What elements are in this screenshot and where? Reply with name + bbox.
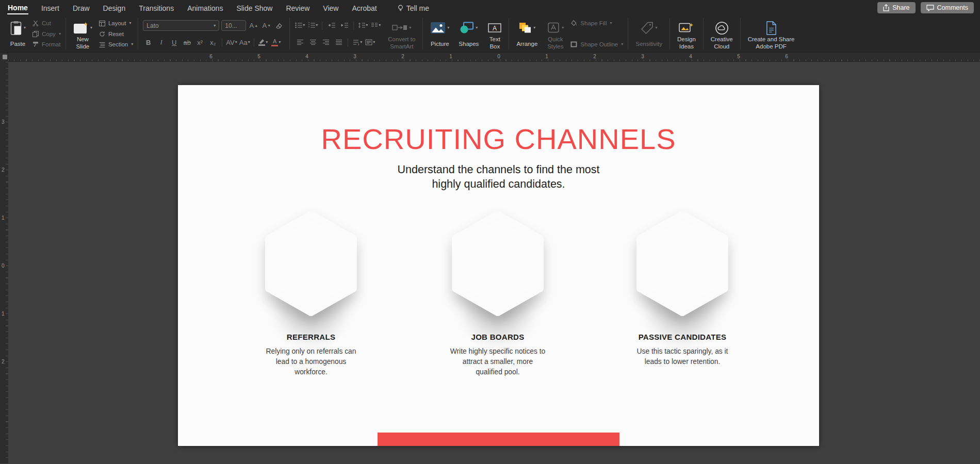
- tab-draw[interactable]: Draw: [72, 2, 90, 14]
- section-button[interactable]: Section ▾: [99, 41, 133, 47]
- card-heading[interactable]: JOB BOARDS: [471, 333, 524, 341]
- format-painter-icon: [32, 41, 39, 47]
- creative-cloud-group: Creative Cloud: [704, 15, 740, 52]
- font-name-select[interactable]: Lato ▾: [143, 20, 219, 31]
- card-job-boards[interactable]: JOB BOARDS Write highly specific notices…: [426, 211, 570, 377]
- card-heading[interactable]: PASSIVE CANDIDATES: [639, 333, 727, 341]
- dropdown-caret-icon: ▾: [447, 26, 449, 30]
- underline-button[interactable]: U: [169, 37, 179, 47]
- shape-fill-button[interactable]: Shape Fill ▾: [570, 20, 623, 26]
- tab-animations[interactable]: Animations: [187, 2, 223, 14]
- copy-icon: [32, 31, 39, 37]
- tab-home[interactable]: Home: [7, 1, 28, 14]
- line-spacing-button[interactable]: ▾: [357, 20, 368, 30]
- tab-design[interactable]: Design: [103, 2, 126, 14]
- slide[interactable]: RECRUITING CHANNELS Understand the chann…: [178, 85, 819, 446]
- grow-font-button[interactable]: A▲: [248, 21, 259, 31]
- columns-button[interactable]: ▾: [370, 20, 381, 30]
- shapes-button[interactable]: ▾ Shapes: [456, 18, 481, 49]
- italic-button[interactable]: I: [156, 37, 167, 47]
- comment-bubble-icon: [926, 5, 934, 11]
- align-text-icon: [365, 39, 372, 45]
- reset-button[interactable]: Reset: [99, 31, 133, 37]
- align-right-button[interactable]: [320, 37, 331, 47]
- tab-tellme[interactable]: Tell me: [397, 2, 430, 14]
- bold-button[interactable]: B: [143, 37, 154, 47]
- scissors-icon: [32, 20, 39, 26]
- dropdown-caret-icon: ▾: [476, 26, 478, 30]
- paste-button[interactable]: ▾ Paste: [7, 18, 28, 49]
- sensitivity-group: ▾ Sensitivity: [629, 15, 669, 52]
- share-icon: [883, 4, 889, 11]
- copy-button[interactable]: Copy ▾: [32, 31, 61, 37]
- new-slide-button[interactable]: ▾ New Slide: [71, 18, 95, 49]
- quick-styles-button[interactable]: ▾ Quick Styles: [544, 18, 566, 49]
- card-referrals[interactable]: REFERRALS Relying only on referrals can …: [239, 211, 383, 377]
- highlight-color-button[interactable]: ▾: [258, 37, 269, 47]
- dropdown-caret-icon: ▾: [533, 26, 535, 30]
- card-body[interactable]: Use this tactic sparingly, as it leads t…: [634, 346, 730, 367]
- shape-outline-button[interactable]: Shape Outline ▾: [570, 41, 623, 47]
- accent-bar[interactable]: [378, 433, 619, 446]
- align-text-button[interactable]: ▾: [365, 37, 375, 47]
- superscript-button[interactable]: x²: [194, 37, 205, 47]
- creative-cloud-button[interactable]: Creative Cloud: [708, 18, 736, 49]
- change-case-button[interactable]: Aa▾: [239, 37, 250, 47]
- comments-button[interactable]: Comments: [921, 2, 974, 13]
- numbering-button[interactable]: ▾: [307, 20, 318, 30]
- card-body[interactable]: Relying only on referrals can lead to a …: [263, 346, 359, 377]
- hexagon-shape[interactable]: [449, 211, 547, 316]
- card-body[interactable]: Write highly specific notices to attract…: [450, 346, 546, 377]
- create-share-pdf-button[interactable]: Create and Share Adobe PDF: [745, 18, 797, 49]
- dropdown-caret-icon: ▾: [316, 23, 318, 27]
- increase-indent-button[interactable]: [339, 20, 350, 30]
- slide-title[interactable]: RECRUITING CHANNELS: [178, 122, 819, 156]
- card-heading[interactable]: REFERRALS: [287, 333, 335, 341]
- smartart-icon: [392, 22, 407, 34]
- strikethrough-button[interactable]: ab: [182, 37, 192, 47]
- share-button[interactable]: Share: [877, 2, 915, 13]
- adobe-pdf-group: Create and Share Adobe PDF: [741, 15, 802, 52]
- tab-insert[interactable]: Insert: [41, 2, 60, 14]
- numbered-list-icon: [308, 22, 315, 28]
- indent-marker[interactable]: [3, 55, 7, 59]
- hexagon-shape[interactable]: [262, 211, 360, 316]
- shrink-font-button[interactable]: A▼: [261, 21, 272, 31]
- arrange-button[interactable]: ▾ Arrange: [514, 18, 540, 49]
- outdent-icon: [328, 22, 335, 28]
- layout-button[interactable]: Layout ▾: [99, 20, 133, 26]
- tab-review[interactable]: Review: [285, 2, 310, 14]
- align-right-icon: [322, 39, 330, 45]
- dropdown-caret-icon: ▾: [621, 42, 623, 46]
- decrease-indent-button[interactable]: [326, 20, 337, 30]
- hexagon-shape[interactable]: [633, 211, 731, 316]
- subscript-button[interactable]: x₂: [207, 37, 218, 47]
- convert-smartart-button[interactable]: ▾ Convert to SmartArt: [385, 18, 418, 49]
- text-direction-button[interactable]: ▾: [352, 37, 363, 47]
- font-color-button[interactable]: A ▾: [271, 37, 282, 47]
- dropdown-caret-icon: ▾: [656, 26, 658, 30]
- bullets-button[interactable]: ▾: [295, 20, 305, 30]
- tab-slideshow[interactable]: Slide Show: [236, 2, 273, 14]
- align-center-button[interactable]: [307, 37, 318, 47]
- cut-button[interactable]: Cut: [32, 20, 61, 26]
- justify-button[interactable]: [333, 37, 344, 47]
- dropdown-caret-icon: ▾: [248, 40, 250, 44]
- font-size-select[interactable]: 10...: [221, 20, 246, 31]
- tab-transitions[interactable]: Transitions: [138, 2, 174, 14]
- card-passive-candidates[interactable]: PASSIVE CANDIDATES Use this tactic spari…: [610, 211, 755, 367]
- tab-acrobat[interactable]: Acrobat: [351, 2, 377, 14]
- shapes-icon: [460, 22, 474, 34]
- dropdown-caret-icon: ▾: [373, 40, 375, 44]
- tab-view[interactable]: View: [322, 2, 339, 14]
- clear-formatting-button[interactable]: [274, 21, 285, 31]
- section-icon: [99, 42, 105, 47]
- picture-button[interactable]: ▾ Picture: [428, 18, 452, 49]
- align-left-button[interactable]: [295, 37, 305, 47]
- design-ideas-button[interactable]: Design Ideas: [675, 18, 698, 49]
- slide-subtitle[interactable]: Understand the channels to find the most…: [178, 162, 819, 191]
- format-painter-button[interactable]: Format: [32, 41, 61, 47]
- sensitivity-button[interactable]: ▾ Sensitivity: [633, 18, 665, 49]
- character-spacing-button[interactable]: AV▾: [226, 37, 237, 47]
- text-box-button[interactable]: A Text Box: [485, 18, 504, 49]
